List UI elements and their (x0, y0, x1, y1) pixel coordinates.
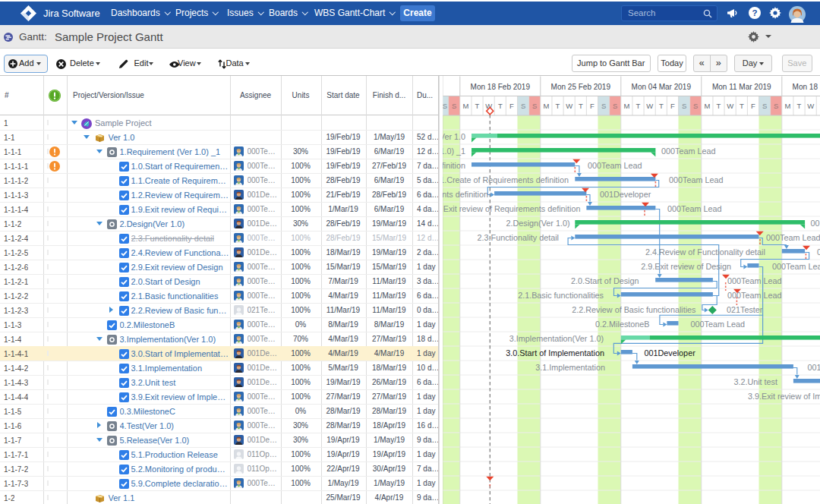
svg-text:T: T (659, 102, 664, 110)
svg-text:000Team Lead: 000Team Lead (727, 276, 781, 285)
svg-text:T: T (636, 102, 641, 110)
svg-text:Ver 1.0: Ver 1.0 (443, 132, 465, 141)
svg-text:001Developer: 001Developer (645, 348, 696, 358)
svg-text:1.9.Exit review of Requirement: 1.9.Exit review of Requirements definiti… (443, 204, 580, 213)
svg-text:2.4.Review of Functionality de: 2.4.Review of Functionality detail (645, 247, 765, 257)
svg-text:T: T (797, 102, 802, 110)
svg-text:2.2.Review of Basic functional: 2.2.Review of Basic functionalities (572, 305, 696, 314)
svg-text:1.1.Create of Requirements def: 1.1.Create of Requirements definition (443, 175, 569, 184)
svg-text:W: W (727, 102, 733, 110)
svg-text:T: T (740, 102, 744, 110)
svg-text:S: S (443, 102, 447, 110)
svg-text:000Team Lead: 000Team Lead (667, 204, 721, 213)
svg-text:S: S (601, 102, 606, 110)
svg-text:S: S (762, 102, 767, 110)
svg-text:000Team Lead: 000Team Lead (817, 247, 820, 257)
svg-text:000Team Lead: 000Team Lead (669, 175, 723, 184)
svg-text:000Team Lead: 000Team Lead (772, 262, 820, 271)
svg-text:2.Design(Ver 1.0): 2.Design(Ver 1.0) (506, 219, 569, 228)
svg-text:S: S (521, 102, 525, 110)
svg-text:M: M (543, 102, 549, 110)
svg-text:Mon 04 Mar 2019: Mon 04 Mar 2019 (632, 83, 692, 91)
svg-text:M: M (462, 102, 468, 110)
svg-text:M: M (704, 102, 710, 110)
svg-text:S: S (452, 102, 456, 110)
svg-text:S: S (613, 102, 617, 110)
svg-text:3.9.Exit review of Implementat: 3.9.Exit review of Implementation (748, 392, 820, 401)
svg-text:Mon 25 Feb 2019: Mon 25 Feb 2019 (551, 83, 611, 91)
svg-text:S: S (682, 102, 686, 110)
svg-text:001Developer: 001Developer (808, 363, 820, 372)
svg-text:Mon 11 Mar 2019: Mon 11 Mar 2019 (712, 83, 771, 91)
svg-text:S: S (693, 102, 698, 110)
svg-text:Mon 18 Mar 2019: Mon 18 Mar 2019 (793, 83, 820, 91)
svg-text:2.9.Exit review of Design: 2.9.Exit review of Design (641, 262, 731, 271)
svg-text:2.1.Basic functionalities: 2.1.Basic functionalities (518, 291, 604, 300)
svg-text:0.2.MilestoneB: 0.2.MilestoneB (595, 320, 649, 329)
svg-text:F: F (751, 102, 755, 110)
svg-text:M: M (623, 102, 629, 110)
svg-text:S: S (532, 102, 537, 110)
svg-text:T: T (475, 102, 480, 110)
svg-text:000Team Lead: 000Team Lead (766, 233, 820, 242)
svg-text:W: W (646, 102, 653, 110)
svg-text:001Developer: 001Developer (811, 219, 820, 228)
svg-text:000Team Lead: 000Team Lead (691, 320, 745, 329)
svg-text:3.Implementation(Ver 1.0): 3.Implementation(Ver 1.0) (509, 334, 604, 343)
svg-text:F: F (509, 102, 514, 110)
svg-text:000Team Lead: 000Team Lead (588, 161, 642, 170)
svg-text:000Team Lead: 000Team Lead (661, 146, 715, 156)
svg-text:2.0.Start of Design: 2.0.Start of Design (571, 276, 639, 285)
svg-text:T: T (498, 102, 503, 110)
svg-text:1.0.Start of Requirements defi: 1.0.Start of Requirements definition (443, 161, 465, 170)
svg-text:3.1.Implementation: 3.1.Implementation (535, 363, 605, 372)
svg-text:F: F (670, 102, 675, 110)
svg-text:T: T (556, 102, 560, 110)
svg-text:S: S (774, 102, 778, 110)
svg-text:3.0.Start of Implementation: 3.0.Start of Implementation (506, 348, 604, 358)
svg-text:F: F (590, 102, 594, 110)
svg-text:1.2.Review of Requirements def: 1.2.Review of Requirements definition (443, 190, 488, 199)
svg-text:2.3.Functionality detail: 2.3.Functionality detail (478, 233, 559, 242)
svg-text:T: T (579, 102, 583, 110)
svg-text:W: W (566, 102, 572, 110)
svg-text:001Developer: 001Developer (600, 190, 651, 199)
svg-text:1.Requirement (Ver 1.0) _1: 1.Requirement (Ver 1.0) _1 (443, 146, 465, 156)
svg-text:Mon 18 Feb 2019: Mon 18 Feb 2019 (471, 83, 531, 91)
svg-text:W: W (807, 102, 814, 110)
svg-text:M: M (784, 102, 790, 110)
svg-text:021Tester: 021Tester (727, 305, 763, 314)
svg-text:000Team Lead: 000Team Lead (727, 291, 781, 300)
svg-text:T: T (717, 102, 721, 110)
svg-text:3.2.Unit test: 3.2.Unit test (733, 377, 777, 386)
